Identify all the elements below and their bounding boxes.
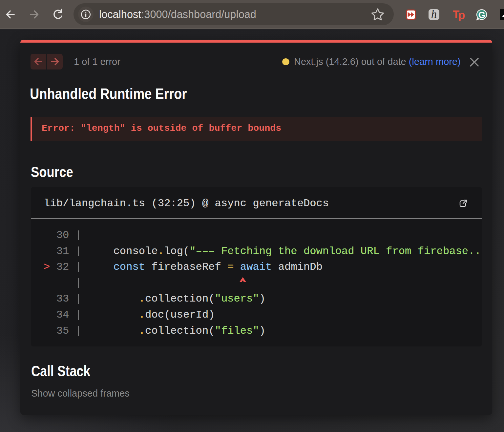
- svg-text:h: h: [431, 8, 437, 20]
- svg-text:p: p: [458, 9, 465, 21]
- svg-text:G: G: [478, 10, 486, 20]
